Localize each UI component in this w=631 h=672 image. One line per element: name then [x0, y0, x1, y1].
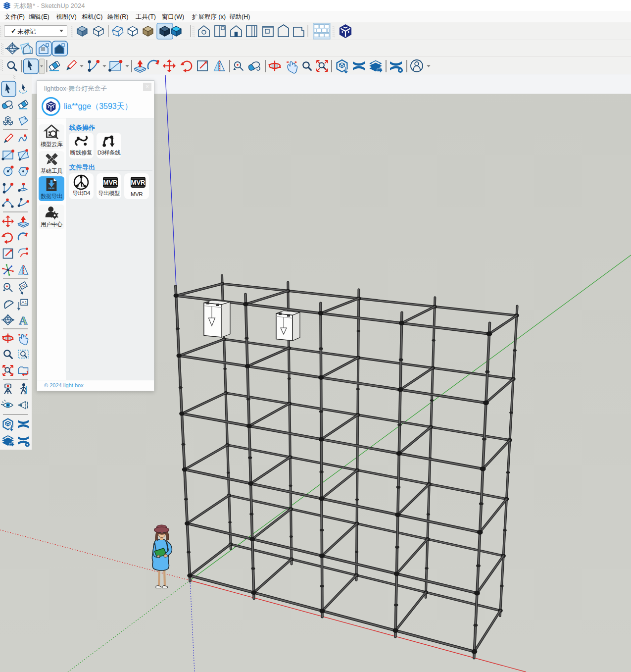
svg-text:MVR: MVR: [103, 179, 118, 186]
svg-text:C: C: [11, 45, 14, 48]
svg-text:C: C: [7, 317, 9, 320]
svg-text:MVR: MVR: [131, 179, 146, 186]
svg-text:A-B: A-B: [10, 49, 15, 52]
svg-text:A: A: [19, 314, 28, 327]
svg-text:A1: A1: [21, 300, 27, 305]
svg-text:A-B: A-B: [6, 320, 10, 323]
